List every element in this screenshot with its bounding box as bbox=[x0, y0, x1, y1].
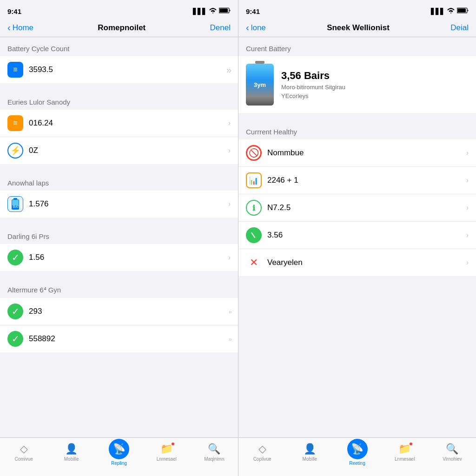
section-header-3: Darling 6i Prs bbox=[0, 225, 238, 244]
health-item-n725[interactable]: ℹ N7.2.5 › bbox=[238, 194, 476, 222]
list-group-2: BAT 1.576 › bbox=[0, 191, 238, 218]
health-2246-chevron: › bbox=[466, 176, 469, 185]
tab-icon-mobille-right: 👤 bbox=[304, 443, 316, 455]
tab-mobille-left[interactable]: 👤 Mobille bbox=[47, 438, 95, 467]
health-nommbue-text: Nommbue bbox=[267, 148, 466, 158]
health-item-nommbue[interactable]: 🚫 Nommbue › bbox=[238, 139, 476, 167]
battery-sub1: Moro·bitiromunt Sitgirau bbox=[281, 84, 345, 91]
battery-info: 3,56 Bairs Moro·bitiromunt Sitgirau YEco… bbox=[281, 70, 345, 99]
list-item-016[interactable]: ≡ 016.24 › bbox=[0, 110, 238, 137]
back-label-right[interactable]: lone bbox=[251, 23, 266, 33]
right-panel: 9:41 ▋▋▋ ‹ lone Sneek Wellionist Deial C… bbox=[238, 0, 476, 476]
chevron-558892: » bbox=[229, 336, 231, 343]
tab-badge-right: 📁 bbox=[398, 443, 411, 455]
tab-icon-virnohiev: 🔍 bbox=[446, 443, 458, 455]
chevron-1576: › bbox=[228, 200, 231, 208]
health-item-2246[interactable]: 📊 2246 + 1 › bbox=[238, 167, 476, 194]
section-header-0: Battery Cycle Count bbox=[0, 37, 238, 56]
nav-bar-right: ‹ lone Sneek Wellionist Deial bbox=[238, 20, 476, 37]
list-item-558892[interactable]: ✓ 558892 » bbox=[0, 325, 238, 352]
svg-rect-1 bbox=[219, 8, 228, 13]
list-group-1: ≡ 016.24 › ⚡ 0Z › bbox=[0, 110, 238, 164]
chevron-0z: › bbox=[228, 146, 231, 155]
nav-title-left: Romepnoilet bbox=[98, 23, 145, 33]
back-label-left[interactable]: Home bbox=[13, 23, 33, 33]
tab-label-coplivue: Coplivue bbox=[253, 456, 271, 462]
battery-value: 3,56 Bairs bbox=[281, 70, 345, 82]
tab-mobille-right[interactable]: 👤 Mobille bbox=[286, 438, 333, 467]
health-header: Currrent Healthy bbox=[238, 120, 476, 139]
tab-coplivue[interactable]: ◇ Coplivue bbox=[238, 438, 286, 467]
tab-icon-coplivue: ◇ bbox=[258, 443, 266, 455]
tab-repling[interactable]: 📡 Repling bbox=[95, 438, 143, 467]
tab-label-lnmesael-left: Lnmesael bbox=[157, 456, 177, 462]
x-symbol: ✕ bbox=[250, 257, 258, 269]
health-2246-text: 2246 + 1 bbox=[267, 176, 466, 185]
tab-label-repling: Repling bbox=[111, 461, 127, 466]
nav-bar-left: ‹ Home Romepnoilet Denel bbox=[0, 20, 238, 37]
orange-icon: ≡ bbox=[7, 115, 23, 131]
battery-icon-left bbox=[219, 7, 231, 15]
chevron-293: » bbox=[229, 308, 231, 315]
tab-virnohiev[interactable]: 🔍 Virnohiev bbox=[429, 438, 476, 467]
chevron-156: › bbox=[228, 253, 231, 262]
green-check-3: ✓ bbox=[7, 331, 23, 347]
tab-label-comivue: Comivue bbox=[14, 456, 33, 462]
lightning-icon: ⚡ bbox=[7, 143, 23, 159]
health-vearyelen-chevron: › bbox=[466, 258, 469, 267]
battery-icon-right bbox=[457, 7, 469, 15]
nav-action-left[interactable]: Denel bbox=[210, 23, 231, 33]
tab-label-lnmesael-right: Lnmesael bbox=[395, 456, 415, 462]
battery-sub2: YEcorleys bbox=[281, 93, 345, 99]
health-n725-chevron: › bbox=[466, 204, 469, 212]
tab-active-bg-left: 📡 bbox=[109, 439, 129, 459]
list-item-battery-cycle[interactable]: ≡ 3593.5 ›› bbox=[0, 56, 238, 83]
tab-reeting[interactable]: 📡 Reeting bbox=[333, 438, 381, 467]
current-battery-header: Curent Battery bbox=[238, 37, 476, 56]
signal-icon-left: ▋▋▋ bbox=[193, 8, 207, 15]
status-bar-right: 9:41 ▋▋▋ bbox=[238, 0, 476, 20]
info-circle-icon: ℹ bbox=[246, 200, 262, 216]
green-check-2: ✓ bbox=[7, 304, 23, 319]
nav-back-left[interactable]: ‹ Home bbox=[7, 22, 33, 33]
nav-back-right[interactable]: ‹ lone bbox=[246, 22, 266, 33]
value-016: 016.24 bbox=[29, 119, 228, 128]
status-icons-left: ▋▋▋ bbox=[193, 7, 231, 15]
battery-hero: 3ym 3,56 Bairs Moro·bitiromunt Sitgirau … bbox=[238, 56, 476, 113]
tab-icon-repling: 📡 bbox=[113, 443, 126, 455]
chevron-016: › bbox=[228, 119, 231, 127]
tab-lnmesael-right[interactable]: 📁 Lnmesael bbox=[381, 438, 429, 467]
health-list: 🚫 Nommbue › 📊 2246 + 1 › ℹ N7.2.5 › bbox=[238, 139, 476, 276]
tab-label-mobille-right: Mobille bbox=[302, 456, 317, 462]
value-0z: 0Z bbox=[29, 146, 228, 155]
tab-icon-mobille-left: 👤 bbox=[65, 443, 78, 455]
svg-rect-7 bbox=[457, 8, 466, 13]
list-item-0z[interactable]: ⚡ 0Z › bbox=[0, 137, 238, 164]
slash-symbol: / bbox=[250, 231, 258, 239]
tab-bar-right: ◇ Coplivue 👤 Mobille 📡 Reeting 📁 Lnmesae… bbox=[238, 437, 476, 476]
battery-cycle-value: 3593.5 bbox=[29, 65, 226, 74]
section-header-2: Anowhal laps bbox=[0, 172, 238, 191]
health-item-356[interactable]: / 3.56 › bbox=[238, 222, 476, 249]
info-symbol: ℹ bbox=[252, 204, 255, 212]
nav-action-right[interactable]: Deial bbox=[450, 23, 469, 33]
health-item-vearyelen[interactable]: ✕ Vearyelen › bbox=[238, 249, 476, 276]
section-header-1: Euries Lulor Sanody bbox=[0, 91, 238, 110]
list-item-293[interactable]: ✓ 293 » bbox=[0, 298, 238, 325]
wifi-icon-left bbox=[209, 8, 217, 15]
list-group-3: ✓ 1.56 › bbox=[0, 244, 238, 271]
battery-label: 3ym bbox=[254, 81, 266, 88]
health-n725-text: N7.2.5 bbox=[267, 203, 466, 212]
battery-image: 3ym bbox=[246, 64, 274, 106]
list-item-1576[interactable]: BAT 1.576 › bbox=[0, 191, 238, 218]
bar-icon: 📊 bbox=[246, 172, 262, 188]
back-chevron-left: ‹ bbox=[7, 22, 11, 33]
tab-active-bg-right: 📡 bbox=[347, 439, 368, 459]
tab-lnmesael-left[interactable]: 📁 Lnmesael bbox=[143, 438, 190, 467]
value-558892: 558892 bbox=[29, 334, 229, 344]
list-item-156[interactable]: ✓ 1.56 › bbox=[0, 244, 238, 271]
tab-maqinimn[interactable]: 🔍 Maqinimn bbox=[191, 438, 238, 467]
tab-comivue[interactable]: ◇ Comivue bbox=[0, 438, 47, 467]
value-1576: 1.576 bbox=[29, 199, 228, 209]
signal-icon-right: ▋▋▋ bbox=[431, 8, 445, 15]
